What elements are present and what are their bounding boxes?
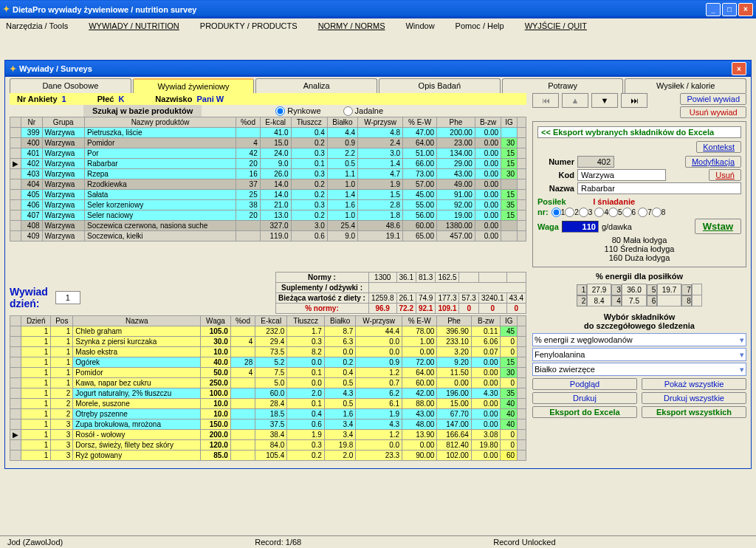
menu-norms[interactable]: NORMY / NORMS bbox=[318, 21, 385, 30]
menu-quit[interactable]: WYJŚCIE / QUIT bbox=[525, 21, 587, 30]
podglad-button[interactable]: Podgląd bbox=[532, 378, 637, 390]
surveys-window: ✦ Wywiady / Surveys × Dane OsoboweWywiad… bbox=[4, 60, 752, 469]
nazwisko-label: Nazwisko bbox=[155, 95, 192, 103]
eksport-button[interactable]: Eksport do Excela bbox=[532, 406, 637, 418]
meal-row[interactable]: 11Pomidor50.047.50.10.41.264.0011.500.00… bbox=[10, 368, 526, 378]
meal-row[interactable]: ▶13Rosół - wołowy200.038.41.93.41.213.90… bbox=[10, 430, 526, 440]
select-2[interactable]: Fenyloalanina▾ bbox=[532, 348, 746, 361]
product-row[interactable]: 408WarzywaSoczewica czerwona, nasiona su… bbox=[10, 221, 526, 231]
meal-1[interactable]: 1 bbox=[551, 208, 566, 217]
close-button[interactable]: × bbox=[738, 3, 753, 16]
meal-7[interactable]: 7 bbox=[638, 208, 652, 217]
menu-tools[interactable]: Narzędzia / Tools bbox=[6, 21, 68, 30]
wstaw-button[interactable]: Wstaw bbox=[695, 219, 741, 234]
app-icon: ✦ bbox=[3, 4, 10, 14]
meal-4[interactable]: 4 bbox=[594, 208, 608, 217]
menubar: Narzędzia / Tools WYWIADY / NUTRITION PR… bbox=[0, 18, 756, 33]
nr-ankiety-value: 1 bbox=[62, 95, 66, 103]
tab-0[interactable]: Dane Osobowe bbox=[10, 78, 131, 93]
kod-label: Kod bbox=[537, 171, 574, 179]
product-row[interactable]: 405WarzywaSałata2514.00.21.41.545.0091.0… bbox=[10, 190, 526, 200]
product-row[interactable]: ▶402WarzywaRabarbar209.00.10.51.466.0029… bbox=[10, 159, 526, 169]
menu-nutrition[interactable]: WYWIADY / NUTRITION bbox=[89, 21, 179, 30]
product-row[interactable]: 399WarzywaPietruszka, liście41.00.44.44.… bbox=[10, 128, 526, 138]
meal-2[interactable]: 2 bbox=[565, 208, 579, 217]
drukuj-wszystkie-button[interactable]: Drukuj wszystkie bbox=[642, 392, 746, 404]
meal-radios: nr: 1 2 3 4 5 6 7 8 bbox=[537, 208, 741, 217]
menu-products[interactable]: PRODUKTY / PRODUCTS bbox=[200, 21, 298, 30]
nav-prev[interactable]: ▲ bbox=[562, 93, 588, 108]
meal-8[interactable]: 8 bbox=[652, 208, 666, 217]
energy-table: 127.9336.0519.7728.447.568 bbox=[577, 284, 702, 306]
nav-next[interactable]: ▼ bbox=[591, 93, 618, 108]
usun-wywiad-button[interactable]: Usuń wywiad bbox=[680, 106, 746, 118]
nazwisko-value: Pani W bbox=[196, 95, 224, 103]
app-title: DietaPro wywiady żywieniowe / nutrition … bbox=[13, 5, 196, 14]
meal-row[interactable]: 12Jogurt naturalny, 2% tłuszczu100.060.0… bbox=[10, 388, 526, 399]
meals-table[interactable]: DzieńPosNazwaWaga%odE-kcalTłuszczBiałkoW… bbox=[10, 315, 526, 461]
meal-row[interactable]: 13Ryż gotowany85.0105.40.22.023.390.0010… bbox=[10, 451, 526, 461]
maximize-button[interactable]: □ bbox=[722, 3, 737, 16]
meal-row[interactable]: 11Kawa, napar bez cukru250.05.00.00.50.7… bbox=[10, 378, 526, 388]
export-header[interactable]: << Eksport wybranych składników do Excel… bbox=[537, 126, 741, 138]
dzien-input[interactable] bbox=[55, 291, 80, 304]
meal-row[interactable]: 11Ogórek40.0285.20.00.20.972.009.200.001… bbox=[10, 357, 526, 368]
product-row[interactable]: 403WarzywaRzepa1626.00.31.14.773.0043.00… bbox=[10, 169, 526, 179]
posilek-label: Posiłek bbox=[537, 197, 566, 206]
meal-row[interactable]: 12Otręby pszenne10.018.50.41.61.943.0067… bbox=[10, 409, 526, 419]
nav-first[interactable]: ⏮ bbox=[532, 93, 559, 108]
nav-last[interactable]: ⏭ bbox=[621, 93, 647, 108]
tab-4[interactable]: Potrawy bbox=[502, 78, 624, 93]
status-lock: Record Unlocked bbox=[493, 538, 555, 547]
tab-2[interactable]: Analiza bbox=[255, 78, 377, 93]
meal-row[interactable]: 13Dorsz, świeży, filety bez skóry120.084… bbox=[10, 440, 526, 451]
tab-3[interactable]: Opis Badań bbox=[379, 78, 501, 93]
product-row[interactable]: 401WarzywaPor4224.00.32.23.051.00134.000… bbox=[10, 148, 526, 159]
gdawka-label: g/dawka bbox=[602, 222, 632, 231]
nav-buttons: ⏮ ▲ ▼ ⏭ bbox=[532, 93, 647, 108]
surveys-close-button[interactable]: × bbox=[732, 62, 746, 75]
meal-row[interactable]: 12Morele, suszone10.028.40.10.56.188.001… bbox=[10, 399, 526, 409]
modyfikacja-button[interactable]: Modyfikacja bbox=[685, 156, 741, 168]
menu-window[interactable]: Window bbox=[405, 21, 434, 30]
pokaz-button[interactable]: Pokaż wszystkie bbox=[642, 378, 746, 390]
meal-3[interactable]: 3 bbox=[579, 208, 593, 217]
survey-header: Nr Ankiety 1 Płeć K Nazwisko Pani W bbox=[10, 93, 526, 105]
meal-6[interactable]: 6 bbox=[622, 208, 636, 217]
numer-field[interactable] bbox=[577, 156, 614, 168]
product-row[interactable]: 407WarzywaSeler naciowy2013.00.21.01.856… bbox=[10, 210, 526, 221]
waga-input[interactable] bbox=[562, 221, 599, 233]
status-left: Jod (ZawolJod) bbox=[7, 538, 63, 547]
tab-1[interactable]: Wywiad żywieniowy bbox=[133, 78, 255, 93]
meal-5[interactable]: 5 bbox=[608, 208, 622, 217]
eksport-wszystkich-button[interactable]: Eksport wszystkich bbox=[642, 406, 746, 418]
sniadanie-label: I śniadanie bbox=[593, 197, 635, 206]
meal-row[interactable]: 13Zupa brokułowa, mrożona150.037.50.63.4… bbox=[10, 419, 526, 430]
meal-row[interactable]: 11Chleb graham105.0232.01.78.744.478.003… bbox=[10, 326, 526, 337]
select-1[interactable]: % energii z węglowodanów▾ bbox=[532, 333, 746, 346]
window-icon: ✦ bbox=[10, 64, 16, 74]
nazwa-field[interactable] bbox=[577, 182, 741, 194]
status-bar: Jod (ZawolJod) Record: 1/68 Record Unloc… bbox=[0, 535, 756, 548]
tab-5[interactable]: Wysiłek / kalorie bbox=[625, 78, 746, 93]
meal-row[interactable]: 11Szynka z piersi kurczaka30.0429.40.36.… bbox=[10, 337, 526, 347]
select-3[interactable]: Białko zwierzęce▾ bbox=[532, 363, 746, 376]
product-row[interactable]: 406WarzywaSeler korzeniowy3821.00.31.62.… bbox=[10, 200, 526, 210]
usun-button[interactable]: Usuń bbox=[709, 169, 741, 181]
powiel-button[interactable]: Powiel wywiad bbox=[680, 93, 746, 105]
radio-rynkowe[interactable]: Rynkowe bbox=[275, 106, 320, 116]
meal-row[interactable]: 11Masło ekstra10.073.58.20.00.00.003.200… bbox=[10, 347, 526, 357]
product-row[interactable]: 404WarzywaRzodkiewka3714.00.21.01.957.00… bbox=[10, 179, 526, 190]
menu-help[interactable]: Pomoc / Help bbox=[456, 21, 504, 30]
dzien-control: Wywiad dzień: bbox=[10, 286, 80, 309]
kod-field[interactable] bbox=[577, 169, 666, 181]
surveys-titlebar: ✦ Wywiady / Surveys × bbox=[5, 61, 751, 77]
search-label: Szukaj w bazie produktów bbox=[83, 105, 202, 117]
minimize-button[interactable]: _ bbox=[706, 3, 721, 16]
kontekst-button[interactable]: Kontekst bbox=[696, 141, 741, 153]
radio-jadalne[interactable]: Jadalne bbox=[343, 106, 384, 116]
drukuj-button[interactable]: Drukuj bbox=[532, 392, 637, 404]
product-row[interactable]: 400WarzywaPomidor415.00.20.92.464.0023.0… bbox=[10, 138, 526, 148]
products-table[interactable]: NrGrupaNazwy produktów%odE-kcalTłuszczBi… bbox=[10, 117, 526, 242]
product-row[interactable]: 409WarzywaSoczewica, kiełki119.00.69.019… bbox=[10, 231, 526, 242]
